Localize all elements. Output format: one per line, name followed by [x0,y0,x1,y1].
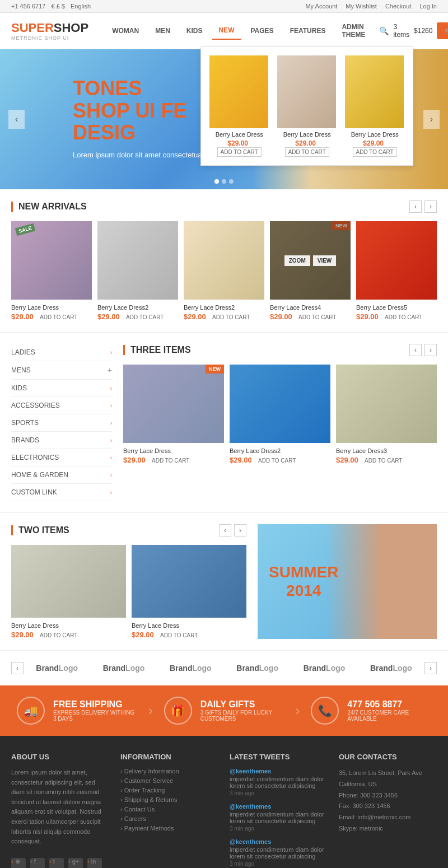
sidebar-item-brands[interactable]: BRANDS › [11,432,112,449]
nav-men[interactable]: MEN [148,22,177,39]
dropdown-add-cart-1[interactable]: ADD TO CART [217,147,262,157]
three-product-card-2: Berry Lace Dress2 $29.00 ADD TO CART [230,365,330,464]
search-icon[interactable]: 🔍 [375,22,393,40]
feature-gifts: 🎁 DAILY GIFTS 3 GIFTS DAILY FOR LUCKY CU… [164,697,284,725]
add-to-cart-4[interactable]: ADD TO CART [298,314,336,320]
dropdown-add-cart-2[interactable]: ADD TO CART [285,147,329,157]
currency-options[interactable]: € £ $ [51,3,64,10]
new-arrivals-next[interactable]: › [424,200,437,213]
dot-1[interactable] [214,179,219,184]
footer-link-order[interactable]: Order Tracking [120,787,218,794]
footer-link-payment[interactable]: Payment Methods [120,825,218,832]
brand-logo-5[interactable]: BrandLogo [304,664,346,673]
product-img-wrap-1: SALE [11,221,92,300]
nav-pages[interactable]: PAGES [244,22,281,39]
dot-2[interactable] [222,179,226,184]
product-name-3: Berry Lace Dress2 [184,304,264,311]
nav-admin-theme[interactable]: ADMIN THEME [335,18,372,43]
logo[interactable]: SUPERSHOP METRONIC SHOP UI [11,21,88,41]
sidebar-item-electronics[interactable]: ELECTRONICS › [11,449,112,466]
two-product-price-row-2: $29.00 ADD TO CART [132,629,246,639]
three-add-to-cart-1[interactable]: ADD TO CART [152,458,189,464]
footer-link-customer[interactable]: Customer Service [120,777,218,784]
my-wishlist-link[interactable]: My Wishlist [346,3,377,10]
hero-prev-button[interactable]: ‹ [8,110,25,129]
three-add-to-cart-2[interactable]: ADD TO CART [258,458,296,464]
new-arrivals-prev[interactable]: ‹ [409,200,422,213]
product-price-row-2: $29.00 ADD TO CART [97,311,178,321]
brand-logo-1[interactable]: BrandLogo [36,664,78,673]
sidebar-item-kids[interactable]: KIDS › [11,380,112,397]
add-to-cart-2[interactable]: ADD TO CART [126,314,164,320]
sidebar-item-sports[interactable]: SPORTS › [11,414,112,432]
sidebar-label-ladies: LADIES [11,348,35,356]
nav-new[interactable]: NEW [212,22,241,40]
social-facebook-icon[interactable]: f [30,858,45,868]
brand-logo-3[interactable]: BrandLogo [170,664,212,673]
footer-link-careers[interactable]: Careers [120,815,218,822]
checkout-link[interactable]: Checkout [385,3,411,10]
nav-features[interactable]: FEATURES [283,22,333,39]
tweet-user-2[interactable]: @keenthemes [230,803,328,810]
my-account-link[interactable]: My Account [305,3,337,10]
tweet-user-1[interactable]: @keenthemes [230,768,328,774]
brands-next[interactable]: › [424,662,437,674]
social-twitter-icon[interactable]: t [49,858,64,868]
product-price-row-3: $29.00 ADD TO CART [184,311,264,321]
cart-total: $1260 [414,27,432,35]
three-product-price-2: $29.00 [230,456,252,464]
view-btn-4[interactable]: VIEW [313,255,337,266]
cart-button[interactable]: 🛒 [437,22,448,39]
brand-logo-4[interactable]: BrandLogo [236,664,278,673]
sidebar-item-mens[interactable]: MENS + [11,361,112,380]
two-items-next[interactable]: › [234,524,246,536]
product-card-1: SALE Berry Lace Dress $29.00 ADD TO CART [11,221,92,321]
nav-kids[interactable]: KIDS [180,22,209,39]
tweet-user-3[interactable]: @keenthemes [230,838,328,845]
add-to-cart-5[interactable]: ADD TO CART [385,314,422,320]
product-name-4: Berry Lace Dress4 [270,304,351,311]
add-to-cart-3[interactable]: ADD TO CART [212,314,250,320]
zoom-btn-4[interactable]: ZOOM [284,255,310,266]
two-add-to-cart-2[interactable]: ADD TO CART [160,632,198,638]
three-items-prev[interactable]: ‹ [409,344,422,356]
three-add-to-cart-3[interactable]: ADD TO CART [365,458,402,464]
footer-link-delivery[interactable]: Delivery Information [120,768,218,774]
social-rss-icon[interactable]: ⊕ [11,858,26,868]
sidebar-item-accessories[interactable]: ACCESSORIES › [11,397,112,414]
social-linkedin-icon[interactable]: in [87,858,102,868]
footer-contacts: OUR CONTACTS 35, Lorem Lis Street, Park … [339,753,437,868]
three-items-next[interactable]: › [424,344,437,356]
social-gplus-icon[interactable]: g+ [68,858,83,868]
sidebar-item-ladies[interactable]: LADIES › [11,344,112,361]
sidebar-item-custom-link[interactable]: CUSTOM LINK › [11,484,112,501]
main-nav: WOMAN MEN KIDS NEW PAGES FEATURES ADMIN … [105,18,393,43]
tweet-2: @keenthemes imperdiet condimentum diam d… [230,803,328,832]
dot-3[interactable] [229,179,234,184]
two-add-to-cart-1[interactable]: ADD TO CART [40,632,77,638]
new-arrivals-nav: ‹ › [409,200,437,213]
brands-prev[interactable]: ‹ [11,662,24,674]
brand-logo-6[interactable]: BrandLogo [370,664,412,673]
nav-woman[interactable]: WOMAN [105,22,146,39]
hero-line3: DESIG [73,121,136,144]
footer-tweets-title: LATEST TWEETS [230,753,328,761]
gift-icon: 🎁 [164,697,192,725]
hero-next-button[interactable]: › [423,110,440,129]
two-items-nav: ‹ › [219,524,246,536]
three-items-nav: ‹ › [409,344,437,356]
footer-link-shipping[interactable]: Shipping & Returns [120,796,218,803]
two-items-prev[interactable]: ‹ [219,524,231,536]
product-card-3: Berry Lace Dress2 $29.00 ADD TO CART [184,221,264,321]
footer-link-contact[interactable]: Contact Us [120,806,218,813]
add-to-cart-1[interactable]: ADD TO CART [40,314,77,320]
brands-list: BrandLogo BrandLogo BrandLogo BrandLogo … [24,664,424,673]
product-image-2 [97,221,178,300]
login-link[interactable]: Log In [419,3,437,10]
sidebar-item-home-garden[interactable]: HOME & GARDEN › [11,466,112,484]
dropdown-product-price-2: $29.00 [295,139,316,147]
language-selector[interactable]: English [71,3,91,10]
dropdown-add-cart-3[interactable]: ADD TO CART [353,147,397,157]
brand-logo-2[interactable]: BrandLogo [103,664,145,673]
sidebar-label-brands: BRANDS [11,436,39,444]
